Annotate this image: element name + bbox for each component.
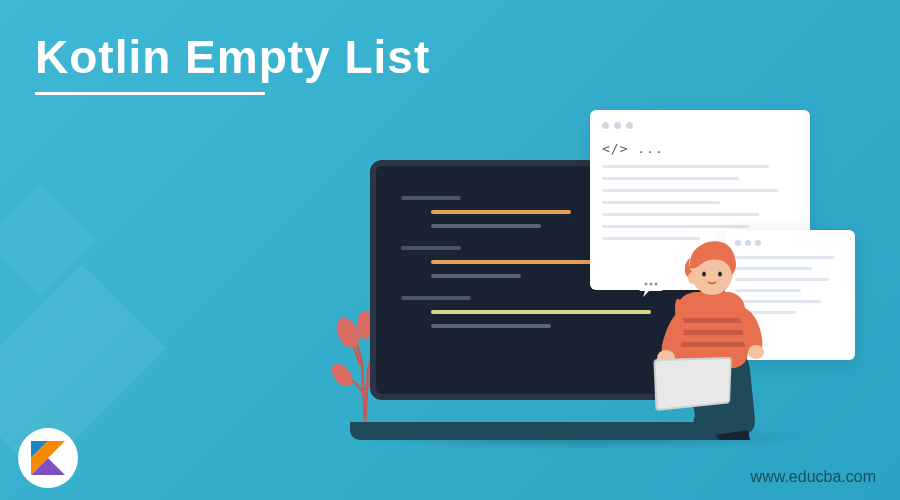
window-controls bbox=[602, 122, 798, 129]
illustration-scene: </> ... bbox=[320, 110, 840, 450]
code-line bbox=[401, 296, 471, 300]
text-line bbox=[602, 177, 739, 180]
svg-rect-8 bbox=[678, 318, 746, 323]
svg-point-14 bbox=[702, 272, 706, 277]
code-line bbox=[431, 310, 651, 314]
code-line bbox=[431, 260, 611, 264]
code-line bbox=[431, 210, 571, 214]
svg-rect-10 bbox=[678, 342, 746, 347]
text-line bbox=[602, 189, 778, 192]
svg-point-12 bbox=[748, 345, 764, 359]
svg-rect-9 bbox=[678, 330, 746, 335]
svg-point-16 bbox=[688, 272, 696, 284]
person-laptop-illustration bbox=[655, 358, 745, 418]
window-dot bbox=[614, 122, 621, 129]
svg-point-15 bbox=[718, 272, 722, 277]
code-line bbox=[431, 224, 541, 228]
code-tag-text: </> ... bbox=[602, 141, 798, 156]
code-line bbox=[431, 324, 551, 328]
text-line bbox=[602, 165, 769, 168]
window-dot bbox=[602, 122, 609, 129]
text-line bbox=[602, 225, 749, 228]
code-line bbox=[401, 196, 461, 200]
website-url: www.educba.com bbox=[751, 468, 876, 486]
svg-point-2 bbox=[328, 360, 357, 390]
small-laptop-screen bbox=[653, 357, 731, 411]
text-line bbox=[602, 213, 759, 216]
window-dot bbox=[626, 122, 633, 129]
text-line bbox=[602, 201, 720, 204]
code-line bbox=[431, 274, 521, 278]
code-line bbox=[401, 246, 461, 250]
title-underline bbox=[35, 92, 265, 95]
page-title: Kotlin Empty List bbox=[35, 30, 430, 84]
kotlin-logo-icon bbox=[18, 428, 78, 488]
